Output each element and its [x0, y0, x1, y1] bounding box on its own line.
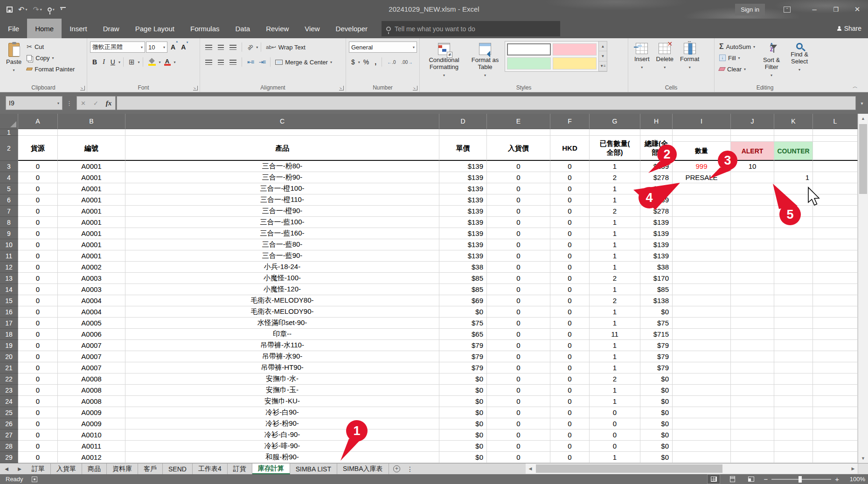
- cell-I20[interactable]: [673, 351, 731, 362]
- cell-D6[interactable]: $139: [439, 194, 487, 206]
- cell-A11[interactable]: 0: [18, 250, 58, 262]
- cell-F1[interactable]: [550, 129, 590, 136]
- cell-A9[interactable]: 0: [18, 228, 58, 239]
- cell-G26[interactable]: 0: [590, 418, 640, 429]
- row-header-2[interactable]: 2: [0, 136, 18, 161]
- cell-B5[interactable]: A0001: [58, 183, 125, 194]
- cell-I19[interactable]: [673, 340, 731, 351]
- cell-E29[interactable]: 0: [487, 452, 550, 463]
- align-left-button[interactable]: [203, 56, 215, 68]
- decrease-font-button[interactable]: A: [179, 41, 188, 53]
- cell-J19[interactable]: [731, 340, 774, 351]
- alignment-dialog-launcher[interactable]: ↘: [339, 86, 344, 90]
- page-break-view-button[interactable]: [745, 475, 757, 484]
- cell-G6[interactable]: 1: [590, 194, 640, 206]
- cell-C26[interactable]: 冷衫-粉90-: [125, 418, 439, 429]
- cell-F8[interactable]: 0: [550, 217, 590, 228]
- column-header-D[interactable]: D: [439, 114, 487, 129]
- style-bad[interactable]: [553, 43, 597, 55]
- autosum-button[interactable]: ΣAutoSum▾: [717, 41, 757, 52]
- cell-F28[interactable]: 0: [550, 441, 590, 452]
- cell-D1[interactable]: [439, 129, 487, 136]
- cell-A8[interactable]: 0: [18, 217, 58, 228]
- cell-J1[interactable]: [731, 129, 774, 136]
- cell-J5[interactable]: [731, 183, 774, 194]
- cell-G4[interactable]: 2: [590, 172, 640, 183]
- cell-A18[interactable]: 0: [18, 329, 58, 340]
- cell-L15[interactable]: [813, 295, 858, 306]
- cell-I8[interactable]: [673, 217, 731, 228]
- cell-J12[interactable]: [731, 262, 774, 273]
- cell-A7[interactable]: 0: [18, 206, 58, 217]
- cell-B10[interactable]: A0001: [58, 239, 125, 250]
- cell-C4[interactable]: 三合一-粉90-: [125, 172, 439, 183]
- cell-E15[interactable]: 0: [487, 295, 550, 306]
- tell-me-search[interactable]: Tell me what you want to do: [382, 21, 560, 36]
- cell-L25[interactable]: [813, 407, 858, 418]
- cell-D11[interactable]: $139: [439, 250, 487, 262]
- column-header-E[interactable]: E: [487, 114, 550, 129]
- sort-filter-button[interactable]: AZ Sort & Filter▾: [757, 41, 786, 81]
- cell-G10[interactable]: 1: [590, 239, 640, 250]
- cell-E24[interactable]: 0: [487, 396, 550, 407]
- cell-D20[interactable]: $79: [439, 351, 487, 362]
- macro-record-icon[interactable]: [32, 477, 37, 482]
- cell-F13[interactable]: 0: [550, 273, 590, 284]
- cell-H17[interactable]: $75: [640, 318, 673, 329]
- number-dialog-launcher[interactable]: ↘: [413, 86, 417, 90]
- cell-J11[interactable]: [731, 250, 774, 262]
- cell-F18[interactable]: 0: [550, 329, 590, 340]
- cell-B12[interactable]: A0002: [58, 262, 125, 273]
- scroll-left-icon[interactable]: ◀: [526, 466, 535, 471]
- cell-H23[interactable]: $0: [640, 385, 673, 396]
- cell-L14[interactable]: [813, 284, 858, 295]
- cell-B28[interactable]: A0011: [58, 441, 125, 452]
- cell-A16[interactable]: 0: [18, 306, 58, 318]
- cell-A25[interactable]: 0: [18, 407, 58, 418]
- cell-A13[interactable]: 0: [18, 273, 58, 284]
- cell-L24[interactable]: [813, 396, 858, 407]
- cell-C3[interactable]: 三合一-粉80-: [125, 161, 439, 172]
- cell-K15[interactable]: [774, 295, 813, 306]
- menu-tab-insert[interactable]: Insert: [62, 19, 95, 38]
- cell-I6[interactable]: [673, 194, 731, 206]
- cell-K20[interactable]: [774, 351, 813, 362]
- cell-E4[interactable]: 0: [487, 172, 550, 183]
- cell-L26[interactable]: [813, 418, 858, 429]
- cell-G9[interactable]: 1: [590, 228, 640, 239]
- cell-E17[interactable]: 0: [487, 318, 550, 329]
- increase-font-button[interactable]: A: [168, 41, 178, 53]
- cell-C11[interactable]: 三合一-藍90-: [125, 250, 439, 262]
- cell-E1[interactable]: [487, 129, 550, 136]
- cell-E11[interactable]: 0: [487, 250, 550, 262]
- row-header-21[interactable]: 21: [0, 362, 18, 373]
- column-header-I[interactable]: I: [673, 114, 731, 129]
- scroll-up-icon[interactable]: ▲: [858, 114, 868, 123]
- cell-F27[interactable]: 0: [550, 429, 590, 441]
- cell-D19[interactable]: $79: [439, 340, 487, 351]
- cell-H29[interactable]: $0: [640, 452, 673, 463]
- cell-I22[interactable]: [673, 373, 731, 385]
- cell-B26[interactable]: A0009: [58, 418, 125, 429]
- sheet-tab-SEND[interactable]: SEND: [163, 463, 193, 474]
- sheet-tab-商品[interactable]: 商品: [82, 463, 107, 474]
- cell-B29[interactable]: A0012: [58, 452, 125, 463]
- borders-button[interactable]: [126, 56, 137, 68]
- cell-K11[interactable]: [774, 250, 813, 262]
- clipboard-dialog-launcher[interactable]: ↘: [80, 86, 85, 90]
- cell-F6[interactable]: 0: [550, 194, 590, 206]
- row-header-26[interactable]: 26: [0, 418, 18, 429]
- cell-A10[interactable]: 0: [18, 239, 58, 250]
- cell-K24[interactable]: [774, 396, 813, 407]
- sheet-tab-SIMBA入庫表[interactable]: SIMBA入庫表: [337, 463, 389, 474]
- conditional-formatting-button[interactable]: Conditional Formatting▾: [423, 41, 465, 81]
- row-header-10[interactable]: 10: [0, 239, 18, 250]
- cell-E26[interactable]: 0: [487, 418, 550, 429]
- cell-A6[interactable]: 0: [18, 194, 58, 206]
- cell-K3[interactable]: [774, 161, 813, 172]
- cell-I14[interactable]: [673, 284, 731, 295]
- cell-L29[interactable]: [813, 452, 858, 463]
- cell-I9[interactable]: [673, 228, 731, 239]
- cell-K14[interactable]: [774, 284, 813, 295]
- cell-K21[interactable]: [774, 362, 813, 373]
